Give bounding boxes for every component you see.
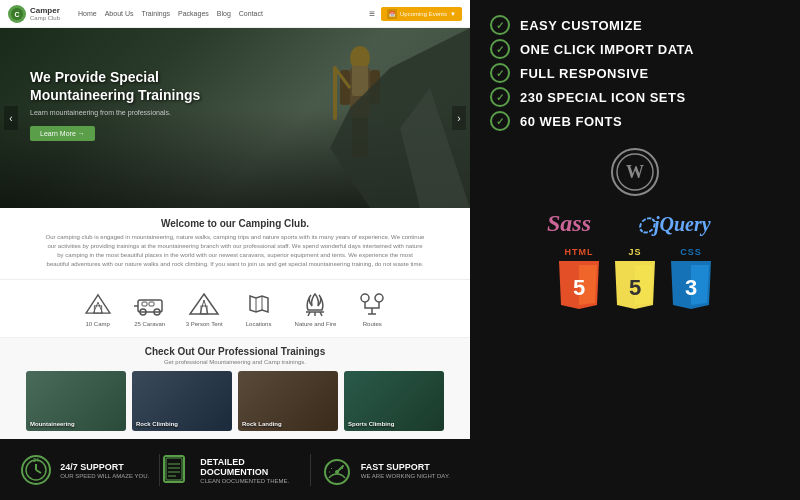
hero-section: We Provide SpecialMountaineering Trainin…: [0, 28, 470, 208]
shields-row: HTML 5 JS 5: [557, 247, 713, 309]
logo-text-group: Camper Camp Club: [30, 7, 60, 21]
feature-web-fonts: ✓ 60 WEB FONTS: [490, 111, 780, 131]
calendar-icon: 📅: [387, 9, 397, 19]
svg-line-40: [36, 470, 41, 473]
css3-shield: CSS 3: [669, 247, 713, 309]
person-tent-label: 3 Person Tent: [186, 321, 223, 327]
html5-badge: 5: [557, 259, 601, 309]
docs-title: DETAILED DOCUMENTION: [200, 457, 309, 477]
cliff-bg: [270, 28, 470, 208]
training-card-sports-climbing[interactable]: Sports Climbing: [344, 371, 444, 431]
svg-line-51: [331, 468, 332, 469]
training-card-rock-landing[interactable]: Rock Landing: [238, 371, 338, 431]
routes-label: Routes: [363, 321, 382, 327]
check-icon-4: ✓: [490, 87, 510, 107]
navbar: C Camper Camp Club Home About Us Trainin…: [0, 0, 470, 28]
nav-packages[interactable]: Packages: [178, 10, 209, 17]
trainings-title: Check Out Our Professional Trainings: [10, 346, 460, 357]
svg-text:◌jQuery: ◌jQuery: [637, 213, 711, 236]
card-label-1: Mountaineering: [30, 421, 75, 427]
map-icon: [243, 290, 275, 318]
html-label: HTML: [565, 247, 594, 257]
person-tent-icon-item: 3 Person Tent: [186, 290, 223, 327]
svg-text:5: 5: [629, 275, 641, 300]
check-icon-3: ✓: [490, 63, 510, 83]
trainings-grid: Mountaineering Rock Climbing Rock Landin…: [10, 371, 460, 431]
feature-one-click: ✓ ONE CLICK IMPORT DATA: [490, 39, 780, 59]
card-label-4: Sports Climbing: [348, 421, 394, 427]
feature-easy-customize: ✓ EASY CUSTOMIZE: [490, 15, 780, 35]
location-icon-item: Locations: [243, 290, 275, 327]
docs-sub: CLEAN DOCUMENTED THEME.: [200, 478, 309, 484]
dropdown-icon: ▼: [450, 11, 456, 17]
hero-button[interactable]: Learn More →: [30, 126, 95, 141]
tent-icon: [82, 290, 114, 318]
css3-badge: 3: [669, 259, 713, 309]
trainings-section: Check Out Our Professional Trainings Get…: [0, 338, 470, 439]
check-icon-2: ✓: [490, 39, 510, 59]
jquery-logo: ◌jQuery: [635, 207, 725, 241]
feature-text-2: ONE CLICK IMPORT DATA: [520, 42, 694, 57]
nav-blog[interactable]: Blog: [217, 10, 231, 17]
events-button[interactable]: 📅 Upcoming Events ▼: [381, 7, 462, 21]
svg-rect-21: [142, 302, 147, 306]
camp-label: 10 Camp: [86, 321, 110, 327]
card-label-3: Rock Landing: [242, 421, 282, 427]
card-label-2: Rock Climbing: [136, 421, 178, 427]
nav-trainings[interactable]: Trainings: [142, 10, 171, 17]
caravan-icon-item: 25 Caravan: [134, 290, 166, 327]
svg-marker-13: [86, 295, 110, 313]
caravan-label: 25 Caravan: [134, 321, 165, 327]
campfire-icon: [299, 290, 331, 318]
hamburger-icon[interactable]: ≡: [369, 8, 375, 19]
hero-prev-arrow[interactable]: ‹: [4, 106, 18, 130]
support-item: 24 24/7 SUPPORT OUR SPEED WILL AMAZE YOU…: [10, 454, 159, 486]
document-icon: [160, 454, 192, 486]
svg-point-33: [361, 294, 369, 302]
svg-text:3: 3: [685, 275, 697, 300]
clock-icon: 24: [20, 454, 52, 486]
logo-sub: Camp Club: [30, 15, 60, 21]
trainings-subtitle: Get professional Mountaineering and Camp…: [10, 359, 460, 365]
js-badge: 5: [613, 259, 657, 309]
svg-line-53: [342, 468, 343, 469]
welcome-title: Welcome to our Camping Club.: [20, 218, 450, 229]
routes-icon-item: Routes: [356, 290, 388, 327]
fast-support-item: FAST SUPPORT WE ARE WORKING NIGHT DAY.: [310, 454, 460, 486]
docs-texts: DETAILED DOCUMENTION CLEAN DOCUMENTED TH…: [200, 457, 309, 484]
check-icon-1: ✓: [490, 15, 510, 35]
fire-label: Nature and Fire: [295, 321, 337, 327]
fast-support-title: FAST SUPPORT: [361, 462, 450, 472]
website-preview: C Camper Camp Club Home About Us Trainin…: [0, 0, 470, 500]
nav-about[interactable]: About Us: [105, 10, 134, 17]
nav-home[interactable]: Home: [78, 10, 97, 17]
large-tent-icon: [188, 290, 220, 318]
svg-rect-42: [164, 456, 184, 482]
hero-next-arrow[interactable]: ›: [452, 106, 466, 130]
css-label: CSS: [680, 247, 702, 257]
nav-links: Home About Us Trainings Packages Blog Co…: [78, 10, 263, 17]
events-label: Upcoming Events: [400, 11, 447, 17]
svg-text:5: 5: [573, 275, 585, 300]
camp-icon-item: 10 Camp: [82, 290, 114, 327]
svg-text:C: C: [14, 11, 19, 18]
svg-rect-43: [166, 458, 182, 480]
fast-support-texts: FAST SUPPORT WE ARE WORKING NIGHT DAY.: [361, 462, 450, 479]
nav-contact[interactable]: Contact: [239, 10, 263, 17]
sass-jquery-row: Sass ◌jQuery: [545, 207, 725, 241]
fast-support-sub: WE ARE WORKING NIGHT DAY.: [361, 473, 450, 479]
wordpress-logo: W: [610, 147, 660, 201]
feature-text-3: FULL RESPONSIVE: [520, 66, 649, 81]
feature-responsive: ✓ FULL RESPONSIVE: [490, 63, 780, 83]
location-label: Locations: [246, 321, 272, 327]
feature-text-4: 230 SPECIAL ICON SETS: [520, 90, 686, 105]
logo-icon: C: [8, 5, 26, 23]
svg-point-34: [375, 294, 383, 302]
feature-text-1: EASY CUSTOMIZE: [520, 18, 642, 33]
training-card-rock-climbing[interactable]: Rock Climbing: [132, 371, 232, 431]
training-card-mountaineering[interactable]: Mountaineering: [26, 371, 126, 431]
feature-text-5: 60 WEB FONTS: [520, 114, 622, 129]
svg-rect-22: [149, 302, 154, 306]
html5-shield: HTML 5: [557, 247, 601, 309]
route-icon: [356, 290, 388, 318]
